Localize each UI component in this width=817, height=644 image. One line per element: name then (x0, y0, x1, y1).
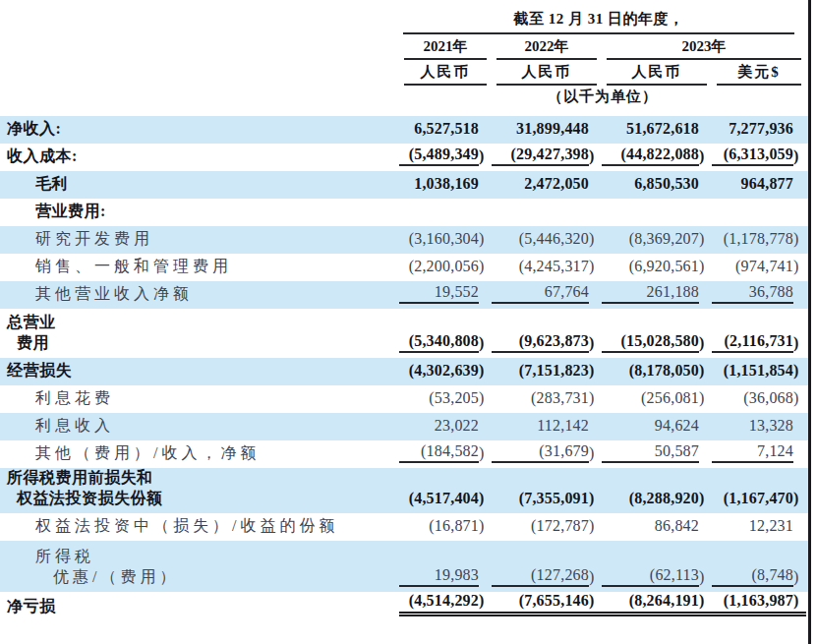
hanging-paren: ) (699, 489, 712, 508)
row-label: 其他（费用）/收入，净额 (0, 442, 399, 463)
value-cell: (4,514,292) (399, 591, 492, 616)
value-cell: (5,340,808) (399, 331, 492, 353)
cell-value: (16,871 (399, 516, 479, 536)
row-label: 收入成本: (0, 146, 399, 166)
hanging-paren: ) (699, 333, 712, 353)
value-cell: (3,160,304) (399, 229, 492, 249)
row-label: 所得税费用前损失和权益法投资损失份额 (0, 467, 399, 508)
cell-value: (3,160,304 (399, 229, 479, 249)
currency-header-row: 人民币 人民币 人民币 美元$ (399, 63, 808, 86)
hanging-paren: ) (699, 229, 712, 249)
row-label: 总营业费用 (0, 312, 399, 353)
cell-value: (31,679 (492, 441, 589, 463)
row-label: 利息收入 (0, 415, 399, 436)
value-cell: (5,489,349) (399, 145, 492, 166)
value-cell: (44,822,088) (602, 145, 712, 166)
hanging-paren: ) (793, 361, 806, 381)
cell-value: 50,587 (602, 441, 699, 463)
cell-value: 261,188 (602, 282, 699, 304)
value-cell: 7,277,936 (712, 119, 806, 139)
value-cell: (36,068) (712, 388, 806, 408)
value-cell: (5,446,320) (492, 229, 602, 249)
cell-value: (1,178,778 (712, 229, 793, 249)
cell-value: (127,268 (492, 565, 589, 587)
hanging-paren: ) (589, 591, 602, 611)
table-row: 销售、一般和管理费用(2,200,056)(4,245,317)(6,920,5… (0, 254, 808, 281)
hanging-paren: ) (699, 257, 712, 276)
row-label-line: 销售、一般和管理费用 (0, 256, 399, 276)
row-label-line: 权益法投资损失份额 (0, 488, 399, 508)
value-cell: 19,552 (399, 282, 492, 304)
value-cell: (8,748) (712, 565, 806, 587)
value-cell: 50,587 (602, 441, 712, 463)
year-column-2021: 2021年 (399, 37, 492, 60)
currency-column: 人民币 (492, 63, 602, 86)
cell-value: 19,983 (399, 565, 479, 587)
currency-column: 美元$ (712, 63, 806, 86)
value-cell: 23,022 (399, 416, 492, 436)
value-cell: (6,313,059) (712, 145, 806, 166)
row-label-line: 所得税 (0, 546, 399, 566)
value-cell: (62,113) (602, 565, 712, 587)
row-label-line: 经营损失 (0, 360, 399, 381)
value-cell: 2,472,050 (492, 174, 602, 194)
table-row: 净收入:6,527,51831,899,44851,672,6187,277,9… (0, 116, 808, 144)
value-cell: 19,983 (399, 565, 492, 587)
cell-value: (4,245,317 (492, 257, 589, 276)
year-header-row: 2021年 2022年 2023年 (399, 37, 808, 60)
row-label: 研究开发费用 (0, 228, 399, 249)
cell-value: 112,142 (492, 416, 589, 436)
cell-value: (7,655,146 (492, 591, 589, 611)
cell-value: 67,764 (492, 282, 589, 304)
value-cell: (1,151,854) (712, 361, 806, 381)
value-cell: (172,787) (492, 516, 602, 536)
cell-value: (44,822,088 (602, 145, 699, 166)
hanging-paren: ) (479, 229, 492, 249)
row-label-line: 研究开发费用 (0, 228, 399, 249)
hanging-paren: ) (589, 361, 602, 381)
row-label: 净收入: (0, 118, 399, 139)
value-cell: 51,672,618 (602, 119, 712, 139)
value-cell: 6,527,518 (399, 119, 492, 139)
hanging-paren: ) (589, 567, 602, 587)
value-cell: (15,028,580) (602, 331, 712, 353)
cell-value: 1,038,169 (399, 174, 479, 194)
table-row: 其他（费用）/收入，净额(184,582)(31,679)50,5877,124 (0, 440, 808, 468)
value-cell: (1,163,987) (712, 591, 806, 616)
cell-value: (1,167,470 (712, 489, 793, 508)
value-cell: 7,124 (712, 441, 806, 463)
cell-value: 6,527,518 (399, 119, 479, 139)
table-row: 所得税优惠/（费用）19,983(127,268)(62,113)(8,748) (0, 541, 808, 592)
cell-value: (4,517,404 (399, 489, 479, 508)
value-cell: (8,288,920) (602, 489, 712, 508)
row-label: 利息花费 (0, 387, 399, 408)
value-cell: (256,081) (602, 388, 712, 408)
row-label: 净亏损 (0, 596, 399, 616)
row-label-line: 总营业 (0, 312, 399, 332)
table-row: 营业费用: (0, 199, 808, 226)
value-cell: (7,655,146) (492, 591, 602, 616)
financial-statement-page: 截至 12 月 31 日的年度， 2021年 2022年 2023年 人民币 人… (0, 0, 817, 644)
hanging-paren: ) (479, 388, 492, 408)
cell-value: 31,899,448 (492, 119, 589, 139)
cell-value: (2,200,056 (399, 257, 479, 276)
cell-value: 94,624 (602, 416, 699, 436)
row-label-line: 利息花费 (0, 387, 399, 408)
hanging-paren: ) (699, 361, 712, 381)
year-column-2022: 2022年 (492, 37, 602, 60)
cell-value: (9,623,873 (492, 331, 589, 353)
cell-value: (8,369,207 (602, 229, 699, 249)
value-cell: 86,842 (602, 516, 712, 536)
value-cell: 67,764 (492, 282, 602, 304)
cell-value: (4,514,292 (399, 591, 479, 611)
cell-value: 51,672,618 (602, 119, 699, 139)
table-row: 利息收入23,022112,14294,62413,328 (0, 413, 808, 440)
currency-column: 人民币 (602, 63, 712, 86)
hanging-paren: ) (793, 489, 806, 508)
value-cell: 13,328 (712, 416, 806, 436)
table-row: 净亏损(4,514,292)(7,655,146)(8,264,191)(1,1… (0, 592, 808, 623)
hanging-paren: ) (589, 146, 602, 166)
value-cell: (184,582) (399, 441, 492, 463)
table-row: 利息花费(53,205)(283,731)(256,081)(36,068) (0, 385, 808, 413)
hanging-paren: ) (479, 361, 492, 381)
